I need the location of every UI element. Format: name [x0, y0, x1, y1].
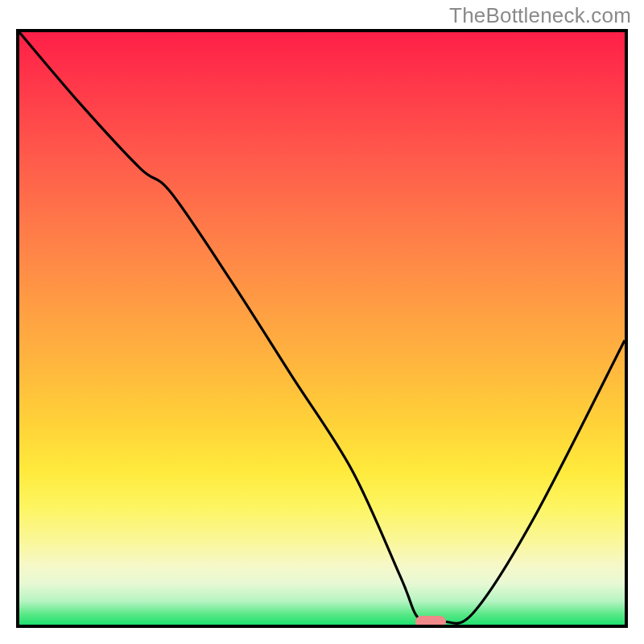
- chart-container: TheBottleneck.com: [0, 0, 644, 644]
- watermark-text: TheBottleneck.com: [449, 3, 631, 28]
- optimal-marker: [415, 616, 446, 628]
- bottleneck-curve: [19, 32, 625, 623]
- plot-frame: [16, 29, 628, 628]
- curve-svg: [19, 32, 625, 625]
